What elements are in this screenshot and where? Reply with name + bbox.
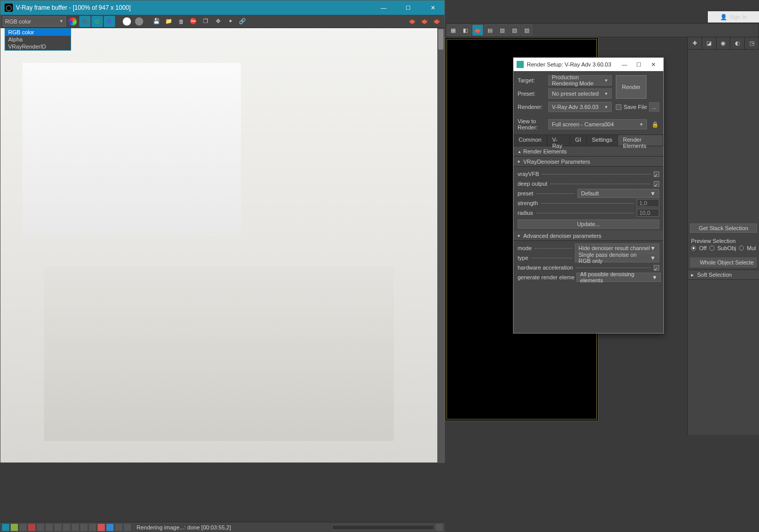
mini-6[interactable] bbox=[46, 524, 53, 531]
tab-render-elements[interactable]: Render Elements bbox=[618, 135, 663, 146]
save-button[interactable]: 💾 bbox=[151, 16, 162, 27]
close-button[interactable]: ✕ bbox=[425, 3, 440, 13]
channel-dropdown-value: RGB color bbox=[5, 18, 31, 25]
tool-3[interactable]: ▤ bbox=[484, 25, 496, 36]
blue-channel-button[interactable]: B bbox=[104, 16, 115, 27]
mini-11[interactable] bbox=[89, 524, 96, 531]
cmd-tab-motion[interactable]: ◐ bbox=[730, 37, 745, 49]
get-stack-button[interactable]: Get Stack Selection bbox=[690, 224, 757, 233]
cmd-tab-hierarchy[interactable]: ◉ bbox=[717, 37, 731, 49]
rollout-header-denoiser[interactable]: ▾ VRayDenoiser Parameters bbox=[514, 157, 663, 167]
chevron-down-icon: ▼ bbox=[639, 122, 643, 127]
cmd-tab-create[interactable]: ✚ bbox=[688, 37, 702, 49]
mini-4[interactable] bbox=[28, 524, 35, 531]
teapot-1-button[interactable]: 🫖 bbox=[407, 16, 418, 27]
savefile-browse-button[interactable]: ... bbox=[649, 102, 659, 112]
strength-spinner[interactable]: 1,0 bbox=[637, 199, 659, 207]
mini-end[interactable] bbox=[436, 524, 443, 531]
savefile-checkbox[interactable] bbox=[616, 104, 621, 110]
rs-minimize-button[interactable]: — bbox=[617, 59, 632, 70]
maximize-button[interactable]: ☐ bbox=[400, 3, 416, 13]
link-button[interactable]: 🔗 bbox=[237, 16, 248, 27]
teapot-3-button[interactable]: 🫖 bbox=[431, 16, 442, 27]
mini-12[interactable] bbox=[98, 524, 105, 531]
mini-14[interactable] bbox=[115, 524, 122, 531]
radius-spinner[interactable]: 10,0 bbox=[637, 209, 659, 217]
deep-checkbox[interactable] bbox=[654, 181, 659, 187]
cmd-tab-modify[interactable]: ◪ bbox=[702, 37, 717, 49]
rs-close-button[interactable]: ✕ bbox=[646, 59, 660, 70]
mini-5[interactable] bbox=[37, 524, 44, 531]
radio-subobj[interactable] bbox=[709, 246, 714, 251]
tool-5[interactable]: ▧ bbox=[509, 25, 520, 36]
tab-vray[interactable]: V-Ray bbox=[547, 135, 570, 146]
duplicate-button[interactable]: ❐ bbox=[200, 16, 211, 27]
target-dropdown[interactable]: Production Rendering Mode▼ bbox=[548, 75, 612, 85]
rgb-toggle-button[interactable] bbox=[67, 16, 78, 27]
rollout-header-advanced[interactable]: ▾ Advanced denoiser parameters bbox=[514, 231, 663, 241]
vfb-titlebar[interactable]: ◯ V-Ray frame buffer - [100% of 947 x 10… bbox=[1, 1, 444, 15]
hwaccel-checkbox[interactable] bbox=[654, 265, 659, 271]
tool-1[interactable]: ▦ bbox=[448, 25, 459, 36]
mini-10[interactable] bbox=[80, 524, 87, 531]
mono-button[interactable] bbox=[121, 16, 132, 27]
vrayvfb-checkbox[interactable] bbox=[654, 171, 659, 177]
signin-button[interactable]: 👤 Sign In bbox=[708, 11, 759, 23]
channel-item-renderid[interactable]: VRayRenderID bbox=[5, 43, 71, 50]
vertical-scrollbar[interactable] bbox=[437, 28, 444, 462]
view-dropdown[interactable]: Full screen - Camera004▼ bbox=[548, 119, 647, 129]
target-label: Target: bbox=[518, 77, 544, 83]
tool-2[interactable]: ◧ bbox=[460, 25, 471, 36]
tab-common[interactable]: Common bbox=[514, 135, 547, 146]
vfb-window: ◯ V-Ray frame buffer - [100% of 947 x 10… bbox=[0, 0, 445, 463]
minimize-button[interactable]: — bbox=[376, 3, 391, 13]
radio-off[interactable] bbox=[691, 246, 696, 251]
channel-item-rgb[interactable]: RGB color bbox=[5, 29, 71, 36]
render-view[interactable] bbox=[1, 28, 437, 462]
chevron-down-icon: ▾ bbox=[518, 233, 520, 238]
green-channel-button[interactable]: G bbox=[92, 16, 103, 27]
channel-dropdown[interactable]: RGB color ▼ bbox=[3, 16, 66, 27]
track-mouse-button[interactable]: ✦ bbox=[225, 16, 236, 27]
mini-9[interactable] bbox=[72, 524, 79, 531]
teapot-2-button[interactable]: 🫖 bbox=[419, 16, 430, 27]
tool-6[interactable]: ▨ bbox=[521, 25, 532, 36]
genre-dropdown[interactable]: All possible denoising elements▼ bbox=[576, 273, 661, 282]
load-button[interactable]: 📁 bbox=[163, 16, 174, 27]
mini-1[interactable] bbox=[2, 524, 9, 531]
mini-8[interactable] bbox=[63, 524, 70, 531]
rollout-denoiser: ▾ VRayDenoiser Parameters vrayVFB deep o… bbox=[514, 157, 663, 231]
channel-item-alpha[interactable]: Alpha bbox=[5, 36, 71, 43]
region-button[interactable]: ✥ bbox=[212, 16, 224, 27]
clear-button[interactable]: 🗑 bbox=[175, 16, 187, 27]
preset-param-dropdown[interactable]: Default▼ bbox=[577, 189, 659, 198]
preset-dropdown[interactable]: No preset selected▼ bbox=[548, 88, 612, 99]
render-setup-titlebar[interactable]: Render Setup: V-Ray Adv 3.60.03 — ☐ ✕ bbox=[514, 58, 663, 71]
render-button[interactable]: Render bbox=[616, 75, 646, 99]
tab-settings[interactable]: Settings bbox=[587, 135, 618, 146]
tool-teapot[interactable]: 🫖 bbox=[472, 25, 483, 36]
update-button[interactable]: Update... bbox=[518, 219, 659, 229]
stop-button[interactable]: ⛔ bbox=[188, 16, 199, 27]
red-channel-button[interactable]: R bbox=[79, 16, 91, 27]
soft-selection-rollout[interactable]: ▸ Soft Selection bbox=[688, 270, 759, 280]
tab-gi[interactable]: GI bbox=[570, 135, 587, 146]
radio-mul[interactable] bbox=[739, 246, 744, 251]
chevron-down-icon: ▼ bbox=[650, 255, 656, 261]
signin-label: Sign In bbox=[729, 14, 747, 20]
whole-object-button[interactable]: Whole Object Selecte bbox=[690, 257, 757, 268]
mini-13[interactable] bbox=[106, 524, 114, 531]
type-dropdown[interactable]: Single pass denoise on RGB only▼ bbox=[575, 253, 659, 262]
rs-maximize-button[interactable]: ☐ bbox=[632, 59, 646, 70]
mini-2[interactable] bbox=[11, 524, 18, 531]
radio-off-label: Off bbox=[699, 245, 706, 251]
mini-7[interactable] bbox=[54, 524, 61, 531]
tool-4[interactable]: ▥ bbox=[497, 25, 508, 36]
renderer-dropdown[interactable]: V-Ray Adv 3.60.03▼ bbox=[548, 102, 612, 112]
scrollbar-thumb[interactable] bbox=[438, 29, 443, 50]
cmd-tab-display[interactable]: ◳ bbox=[745, 37, 759, 49]
mini-15[interactable] bbox=[124, 524, 131, 531]
lock-view-button[interactable]: 🔒 bbox=[651, 120, 659, 128]
alpha-button[interactable] bbox=[133, 16, 145, 27]
mini-3[interactable] bbox=[19, 524, 27, 531]
